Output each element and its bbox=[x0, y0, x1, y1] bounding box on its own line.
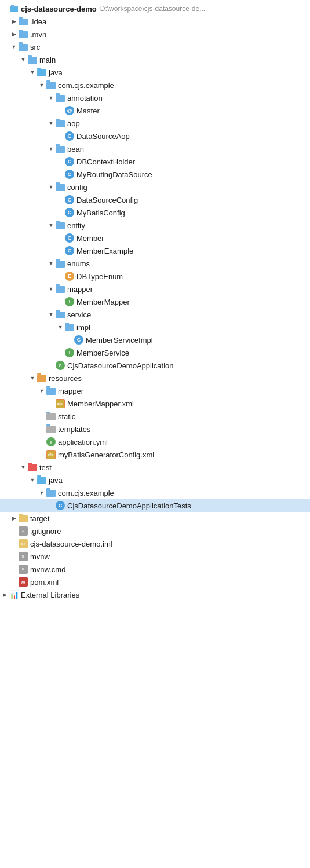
collapse-arrow[interactable] bbox=[19, 463, 28, 472]
tree-item-DataSourceAop[interactable]: CDataSourceAop bbox=[0, 130, 310, 142]
tree-item-Master[interactable]: @Master bbox=[0, 104, 310, 117]
class-icon: C bbox=[74, 335, 83, 345]
tree-item-src[interactable]: src bbox=[0, 41, 310, 53]
tree-item-com.cjs.example[interactable]: com.cjs.example bbox=[0, 79, 310, 91]
folder-test-icon bbox=[28, 464, 37, 471]
tree-item-mvnw[interactable]: ≡mvnw bbox=[0, 550, 310, 563]
tree-item-DBTypeEnum[interactable]: EDBTypeEnum bbox=[0, 270, 310, 283]
tree-item-myBatisGeneratorConfig.xml[interactable]: </> myBatisGeneratorConfig.xml bbox=[0, 448, 310, 461]
tree-item-java-test[interactable]: java bbox=[0, 474, 310, 486]
item-label: mvnw.cmd bbox=[30, 565, 65, 574]
tree-item-MemberExample[interactable]: CMemberExample bbox=[0, 244, 310, 257]
tree-item-entity[interactable]: entity bbox=[0, 219, 310, 232]
tree-item-MemberServiceImpl[interactable]: CMemberServiceImpl bbox=[0, 334, 310, 346]
tree-item-CjsDatasourceDemoApplication[interactable]: CCjsDatasourceDemoApplication bbox=[0, 359, 310, 372]
collapse-arrow[interactable] bbox=[46, 221, 56, 230]
item-label: MyRoutingDataSource bbox=[76, 170, 152, 179]
tree-item-DataSourceConfig[interactable]: CDataSourceConfig bbox=[0, 193, 310, 206]
tree-item-MemberMapper.xml[interactable]: </> MemberMapper.xml bbox=[0, 397, 310, 410]
tree-item-bean[interactable]: bean bbox=[0, 142, 310, 155]
item-label: MyBatisConfig bbox=[76, 208, 125, 217]
tree-item-mapper[interactable]: mapper bbox=[0, 283, 310, 295]
item-label: MemberServiceImpl bbox=[86, 336, 153, 345]
collapse-arrow[interactable] bbox=[46, 259, 56, 268]
interface-icon: I bbox=[65, 348, 74, 357]
collapse-arrow[interactable] bbox=[46, 93, 56, 102]
tree-item-cjs-datasource-demo.iml[interactable]: IJcjs-datasource-demo.iml bbox=[0, 537, 310, 550]
item-label: CjsDatasourceDemoApplicationTests bbox=[67, 501, 191, 510]
collapse-arrow[interactable] bbox=[28, 68, 37, 77]
tree-item-java[interactable]: java bbox=[0, 66, 310, 79]
item-label: impl bbox=[76, 323, 90, 332]
collapse-arrow[interactable] bbox=[56, 323, 65, 332]
expand-arrow[interactable] bbox=[9, 514, 19, 523]
tree-item-test[interactable]: test bbox=[0, 461, 310, 474]
tree-item-pom.xml[interactable]: mpom.xml bbox=[0, 576, 310, 588]
collapse-arrow[interactable] bbox=[46, 144, 56, 153]
text-icon: ≡ bbox=[19, 526, 28, 536]
item-label: entity bbox=[67, 221, 85, 230]
tree-item-.gitignore[interactable]: ≡.gitignore bbox=[0, 525, 310, 537]
folder-icon bbox=[19, 44, 28, 51]
tree-item-main[interactable]: main bbox=[0, 53, 310, 66]
tree-item-MyRoutingDataSource[interactable]: CMyRoutingDataSource bbox=[0, 168, 310, 181]
iml-icon: IJ bbox=[19, 539, 28, 548]
tree-item-Member[interactable]: CMember bbox=[0, 232, 310, 244]
tree-item-root[interactable]: cjs-datasource-demoD:\workspace\cjs-data… bbox=[0, 2, 310, 15]
collapse-arrow[interactable] bbox=[46, 119, 56, 128]
tree-item-enums[interactable]: enums bbox=[0, 257, 310, 270]
pom-icon: m bbox=[19, 577, 28, 587]
collapse-arrow[interactable] bbox=[46, 310, 56, 319]
tree-item-application.yml[interactable]: Yapplication.yml bbox=[0, 435, 310, 448]
text-icon: ≡ bbox=[19, 552, 28, 561]
item-label: enums bbox=[67, 259, 90, 268]
item-label: annotation bbox=[67, 94, 103, 102]
item-label: bean bbox=[67, 145, 84, 153]
folder-icon bbox=[56, 184, 65, 191]
expand-arrow[interactable] bbox=[9, 17, 19, 26]
tree-item-DBContextHolder[interactable]: CDBContextHolder bbox=[0, 155, 310, 168]
tree-item-impl[interactable]: impl bbox=[0, 321, 310, 334]
tree-item-config[interactable]: config bbox=[0, 181, 310, 193]
class-icon: C bbox=[65, 246, 74, 255]
collapse-arrow[interactable] bbox=[28, 475, 37, 485]
tree-item-mvnw.cmd[interactable]: ≡mvnw.cmd bbox=[0, 563, 310, 576]
tree-item-static[interactable]: static bbox=[0, 410, 310, 423]
tree-item-templates[interactable]: templates bbox=[0, 423, 310, 435]
collapse-arrow[interactable] bbox=[46, 284, 56, 294]
folder-icon bbox=[28, 57, 37, 64]
tree-item-mapper-res[interactable]: mapper bbox=[0, 384, 310, 397]
tree-item-resources[interactable]: resources bbox=[0, 372, 310, 384]
collapse-arrow[interactable] bbox=[46, 182, 56, 192]
item-label: DBTypeEnum bbox=[76, 272, 123, 281]
tree-item-MyBatisConfig[interactable]: CMyBatisConfig bbox=[0, 206, 310, 219]
item-label: config bbox=[67, 183, 87, 192]
tree-item-MemberService[interactable]: IMemberService bbox=[0, 346, 310, 359]
collapse-arrow[interactable] bbox=[28, 373, 37, 383]
tree-item-mvn[interactable]: .mvn bbox=[0, 28, 310, 41]
folder-icon bbox=[46, 82, 56, 89]
folder-yellow-icon bbox=[19, 515, 28, 522]
folder-java-icon bbox=[37, 69, 46, 76]
expand-arrow[interactable] bbox=[0, 590, 9, 599]
item-label: myBatisGeneratorConfig.xml bbox=[58, 451, 154, 459]
tree-item-service[interactable]: service bbox=[0, 308, 310, 321]
collapse-arrow[interactable] bbox=[37, 386, 46, 395]
tree-item-CjsDatasourceDemoApplicationTests[interactable]: CCjsDatasourceDemoApplicationTests bbox=[0, 499, 310, 512]
tree-item-idea[interactable]: .idea bbox=[0, 15, 310, 28]
tree-item-external-libraries[interactable]: 📊External Libraries bbox=[0, 588, 310, 601]
expand-arrow[interactable] bbox=[9, 30, 19, 39]
tree-item-annotation[interactable]: annotation bbox=[0, 91, 310, 104]
item-label: target bbox=[30, 514, 49, 523]
tree-item-com.cjs.example-test[interactable]: com.cjs.example bbox=[0, 486, 310, 499]
collapse-arrow[interactable] bbox=[37, 488, 46, 497]
tree-item-target[interactable]: target bbox=[0, 512, 310, 525]
xml-icon: </> bbox=[56, 399, 65, 408]
collapse-arrow[interactable] bbox=[37, 80, 46, 90]
annotation-icon: @ bbox=[65, 106, 74, 115]
item-label: MemberMapper bbox=[76, 298, 130, 306]
collapse-arrow[interactable] bbox=[9, 42, 19, 52]
tree-item-MemberMapper[interactable]: IMemberMapper bbox=[0, 295, 310, 308]
collapse-arrow[interactable] bbox=[19, 55, 28, 64]
tree-item-aop[interactable]: aop bbox=[0, 117, 310, 130]
